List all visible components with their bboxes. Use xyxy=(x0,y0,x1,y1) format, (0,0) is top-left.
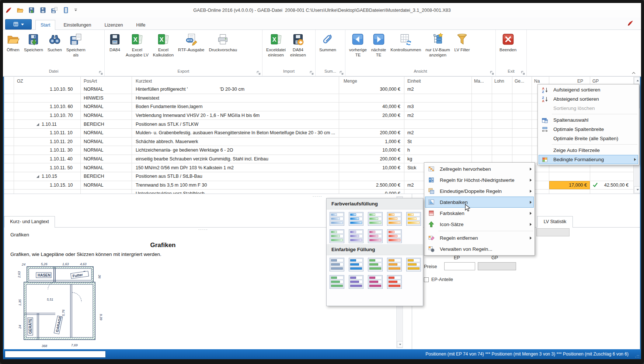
databar-style-swatch[interactable] xyxy=(330,212,344,226)
tab-lizenzen[interactable]: Lizenzen xyxy=(99,20,128,30)
save-as-icon[interactable] xyxy=(51,7,58,14)
column-header-einheit[interactable]: Einheit xyxy=(404,77,472,85)
databar-style-swatch[interactable] xyxy=(387,275,402,289)
menu-item-aufsteigend-sortieren[interactable]: Aufsteigend sortieren xyxy=(539,85,638,94)
column-header-kurztext[interactable]: Kurztext xyxy=(132,77,339,85)
menu-item-optimale-breite-alle-spalten[interactable]: Optimale Breite (alle Spalten) xyxy=(539,134,638,143)
speichern-button[interactable]: Speichern xyxy=(22,31,45,58)
submenu-item-regeln-für-höchst-niedrigstwerte[interactable]: Regeln für Höchst-/Niedrigstwerte xyxy=(425,174,534,186)
tab-lv-statistik[interactable]: LV Statistik xyxy=(537,216,573,228)
databar-style-swatch[interactable] xyxy=(349,275,363,289)
druckvorschau-button[interactable]: Druckvorschau xyxy=(206,31,239,58)
minimize-icon[interactable] xyxy=(604,7,611,14)
statistik-field[interactable] xyxy=(536,228,570,236)
dialog-launcher-icon[interactable] xyxy=(309,70,314,75)
column-header-posart[interactable]: PosArt xyxy=(81,77,132,85)
excel-ausgabe-lv-button[interactable]: ExcelAusgabe LV xyxy=(123,31,151,58)
kontrollsummen-button[interactable]: Kontrollsummen xyxy=(388,31,423,58)
rtf-ausgabe-button[interactable]: RTF-Ausgabe xyxy=(176,31,206,58)
column-header-menge[interactable]: Menge xyxy=(339,77,404,85)
da84-einlesen-button[interactable]: DA84einlesen xyxy=(288,31,308,58)
summen-button[interactable]: Summen xyxy=(317,31,338,58)
collapse-ribbon-icon[interactable] xyxy=(631,72,636,74)
beenden-button[interactable]: Beenden xyxy=(497,31,519,58)
dialog-launcher-icon[interactable] xyxy=(521,70,525,75)
vorherige-te-button[interactable]: vorherigeTE xyxy=(347,31,369,58)
resize-grip[interactable]: .:: xyxy=(635,354,640,358)
databar-style-swatch[interactable] xyxy=(349,212,363,226)
status-search-input[interactable] xyxy=(5,351,106,358)
table-row[interactable]: 1.10.15BEREICHPositionen aus STLB / StLB… xyxy=(4,172,634,181)
column-header-lohn[interactable]: Lohn xyxy=(492,77,512,85)
dialog-launcher-icon[interactable] xyxy=(256,70,261,75)
tab-start[interactable]: Start xyxy=(35,20,55,30)
dialog-launcher-icon[interactable] xyxy=(98,70,103,75)
table-row[interactable]: 1.10.15. 10NORMALTrennwand bis 3,5 m 100… xyxy=(4,181,634,190)
menu-item-optimale-spaltenbreite[interactable]: Optimale Spaltenbreite xyxy=(539,125,638,134)
databar-style-swatch[interactable] xyxy=(406,258,421,271)
quick-access-more-icon[interactable] xyxy=(74,8,78,12)
exceldatei-einlesen-button[interactable]: Exceldateieinlesen xyxy=(264,31,288,58)
ep-anteile-checkbox[interactable] xyxy=(424,277,429,282)
menu-item-spaltenauswahl[interactable]: Spaltenauswahl xyxy=(539,115,638,125)
row-indicator xyxy=(4,138,14,146)
ffnen-button[interactable]: Öffnen xyxy=(4,31,22,58)
databar-style-swatch[interactable] xyxy=(330,275,344,289)
databar-style-swatch[interactable] xyxy=(349,258,363,271)
ep-input[interactable] xyxy=(444,262,475,270)
submenu-item-regeln-entfernen[interactable]: Regeln entfernen xyxy=(425,232,534,243)
fullscreen-icon[interactable] xyxy=(592,7,599,14)
cell-menge: 40,000 € xyxy=(339,103,404,111)
column-header-ge[interactable]: Ge... xyxy=(512,77,532,85)
submenu-item-verwalten-von-regeln[interactable]: Verwalten von Regeln... xyxy=(425,243,534,254)
sort-az-icon xyxy=(539,87,551,93)
save-import-icon[interactable] xyxy=(28,7,35,14)
submenu-item-eindeutige-doppelte-regeln[interactable]: Eindeutige/Doppelte Regeln xyxy=(425,186,534,197)
menu-item-bedingte-formatierung[interactable]: Bedingte Formatierung xyxy=(539,155,638,164)
tab-kurz-und-langtext[interactable]: Kurz- und Langtext xyxy=(4,216,55,228)
submenu-item-zellregeln-hervorheben[interactable]: Zellregeln hervorheben xyxy=(425,163,534,174)
lv-filter-button[interactable]: LV Filter xyxy=(452,31,472,58)
dialog-launcher-icon[interactable] xyxy=(339,70,344,75)
gp-input[interactable] xyxy=(478,262,516,270)
databar-style-swatch[interactable] xyxy=(330,229,344,243)
submenu-item-datenbalken[interactable]: Datenbalken xyxy=(425,197,534,208)
databar-style-swatch[interactable] xyxy=(406,212,421,226)
column-header-oz[interactable]: OZ xyxy=(14,77,81,85)
close-icon[interactable] xyxy=(627,7,634,14)
excel-kalkulation-button[interactable]: ExcelKalkulation xyxy=(151,31,176,58)
databar-style-swatch[interactable] xyxy=(387,258,402,271)
databar-style-swatch[interactable] xyxy=(349,229,363,243)
nchste-te-button[interactable]: nächsteTE xyxy=(369,31,388,58)
splitter-handle-2[interactable]: ····· xyxy=(198,229,208,231)
menu-item-absteigend-sortieren[interactable]: Absteigend sortieren xyxy=(539,94,638,104)
databar-style-swatch[interactable] xyxy=(387,212,402,226)
databar-style-swatch[interactable] xyxy=(330,258,344,271)
submenu-item-farbskalen[interactable]: Farbskalen xyxy=(425,208,534,219)
menu-item-sortierung-löschen[interactable]: Sortierung löschen xyxy=(539,104,638,113)
tab-einstellungen[interactable]: Einstellungen xyxy=(58,20,96,30)
databar-style-swatch[interactable] xyxy=(368,275,383,289)
submenu-item-icon-sätze[interactable]: Icon-Sätze xyxy=(425,219,534,230)
databar-style-swatch[interactable] xyxy=(368,212,383,226)
dialog-launcher-icon[interactable] xyxy=(490,70,494,75)
save-icon[interactable] xyxy=(39,7,46,14)
tab-hilfe[interactable]: Hilfe xyxy=(131,20,151,30)
application-menu-button[interactable] xyxy=(5,19,32,30)
databar-style-swatch[interactable] xyxy=(368,229,383,243)
menu-item-zeige-auto-filterzeile[interactable]: Zeige Auto Filterzeile xyxy=(539,146,638,155)
pane-scroll-down-button[interactable] xyxy=(397,341,403,347)
column-header-ma[interactable]: Ma... xyxy=(472,77,492,85)
horizontal-splitter-handle[interactable]: ····· xyxy=(313,195,323,198)
suchen-button[interactable]: Suchen xyxy=(45,31,64,58)
folder-open-icon[interactable] xyxy=(17,7,24,14)
maximize-icon[interactable] xyxy=(616,7,623,14)
databar-style-swatch[interactable] xyxy=(387,229,402,243)
column-header-gutter[interactable] xyxy=(4,77,14,85)
da84-button[interactable]: DA84 xyxy=(106,31,123,58)
grafiken-section-label: Grafiken xyxy=(10,232,29,238)
help-book-icon[interactable] xyxy=(62,7,69,14)
databar-style-swatch[interactable] xyxy=(368,258,383,271)
speichern-als-button[interactable]: Speichernals xyxy=(64,31,88,58)
nur-lv-baum-anzeigen-button[interactable]: nur LV-Baumanzeigen xyxy=(423,31,452,58)
